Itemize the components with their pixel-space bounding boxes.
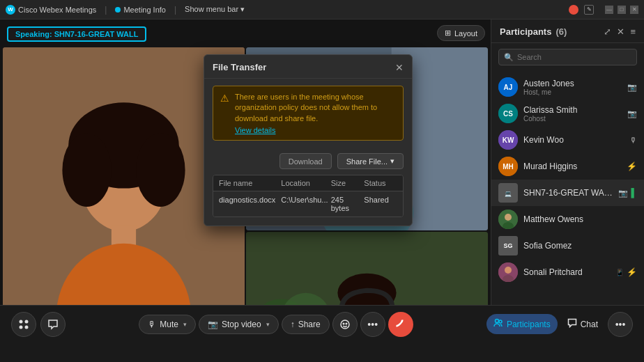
- camera-icon: 📷: [627, 109, 637, 118]
- download-btn[interactable]: Download: [279, 153, 332, 169]
- share-icon: ↑: [291, 320, 295, 329]
- close-btn[interactable]: ✕: [630, 6, 638, 14]
- svg-point-64: [25, 325, 29, 329]
- col-location: Location: [281, 179, 330, 187]
- participant-role: Cohost: [523, 115, 622, 123]
- toolbar-left: [11, 312, 66, 337]
- record-btn[interactable]: [569, 5, 578, 15]
- more-options-toolbar-btn[interactable]: •••: [360, 312, 385, 337]
- svg-text:SG: SG: [503, 242, 512, 249]
- view-details-link[interactable]: View details: [235, 126, 396, 134]
- list-item[interactable]: Matthew Owens: [491, 206, 644, 233]
- svg-text:KW: KW: [503, 136, 514, 144]
- chat-quick-btn[interactable]: [40, 312, 66, 337]
- layout-btn[interactable]: ⊞ Layout: [437, 25, 485, 41]
- sidebar-header: Participants (6) ⤢ ✕ ≡: [491, 19, 644, 43]
- participants-tab-btn[interactable]: Participants: [486, 314, 558, 334]
- svg-text:💻: 💻: [505, 190, 512, 197]
- emoji-btn[interactable]: [332, 312, 358, 337]
- svg-text:CS: CS: [503, 110, 513, 118]
- mute-btn[interactable]: 🎙 Mute ▾: [139, 315, 196, 334]
- list-item[interactable]: SG Sofia Gomez: [491, 233, 644, 259]
- modal-actions: Download Share File... ▾: [204, 148, 412, 175]
- file-name-cell: diagnostics.docx: [219, 196, 281, 212]
- share-caret: ▾: [390, 157, 394, 166]
- participants-sidebar: Participants (6) ⤢ ✕ ≡ 🔍 AJ: [491, 19, 644, 305]
- title-bar: W Cisco Webex Meetings | Meeting Info | …: [0, 0, 644, 19]
- avatar: [498, 262, 518, 282]
- col-status: Status: [364, 179, 397, 187]
- file-table: File name Location Size Status diagnosti…: [213, 175, 404, 217]
- separator: |: [105, 5, 107, 15]
- participant-info: Kevin Woo: [523, 135, 624, 145]
- close-sidebar-btn[interactable]: ✕: [617, 26, 624, 37]
- list-item[interactable]: 💻 SHN7-16-GREAT WALL 📷 ▌: [491, 180, 644, 206]
- mute-label: Mute: [160, 320, 178, 329]
- participants-tab-icon: [493, 318, 503, 330]
- modal-close-btn[interactable]: ✕: [395, 63, 404, 72]
- file-location-cell: C:\User\shu...: [281, 196, 330, 212]
- participant-list: AJ Austen Jones Host, me 📷 CS: [491, 71, 644, 305]
- meeting-info-label: Meeting Info: [123, 6, 166, 14]
- stop-video-btn[interactable]: 📷 Stop video ▾: [199, 315, 279, 334]
- participant-name: Murad Higgins: [523, 162, 621, 171]
- svg-point-63: [20, 325, 23, 329]
- end-call-btn[interactable]: [388, 312, 413, 337]
- chat-tab-icon: [567, 318, 577, 330]
- list-item[interactable]: CS Clarissa Smith Cohost 📷: [491, 100, 644, 127]
- share-file-btn[interactable]: Share File... ▾: [337, 153, 404, 169]
- share-label: Share: [298, 320, 321, 329]
- avatar: CS: [498, 104, 518, 123]
- more-options-btn[interactable]: ≡: [630, 26, 636, 37]
- col-size: Size: [331, 179, 365, 187]
- svg-point-59: [505, 267, 512, 274]
- participants-tab-label: Participants: [507, 320, 551, 329]
- search-icon: 🔍: [504, 53, 514, 62]
- expand-sidebar-btn[interactable]: ⤢: [604, 26, 611, 37]
- minimize-btn[interactable]: —: [605, 6, 613, 14]
- show-menu-bar-btn[interactable]: Show menu bar ▾: [185, 5, 245, 14]
- stop-video-icon: 📷: [208, 320, 218, 329]
- camera-icon: 📷: [618, 189, 628, 198]
- svg-point-69: [499, 320, 502, 323]
- avatar: 💻: [498, 183, 518, 203]
- svg-point-66: [343, 323, 344, 324]
- camera-icon: 📷: [627, 83, 637, 92]
- participant-badges: 🎙: [629, 136, 637, 144]
- edit-btn[interactable]: ✎: [584, 5, 594, 15]
- share-btn[interactable]: ↑ Share: [282, 315, 330, 334]
- show-menu-label: Show menu bar: [185, 5, 238, 13]
- phone-icon: 📱: [615, 269, 624, 276]
- more-right-btn[interactable]: •••: [608, 312, 633, 337]
- maximize-btn[interactable]: □: [618, 6, 626, 14]
- chat-tab-btn[interactable]: Chat: [560, 314, 605, 334]
- apps-btn[interactable]: [11, 312, 36, 337]
- list-item[interactable]: AJ Austen Jones Host, me 📷: [491, 74, 644, 100]
- video-area: Speaking: SHN7-16-GREAT WALL ⊞ Layout: [0, 19, 491, 305]
- participant-role: Host, me: [523, 88, 622, 96]
- svg-text:AJ: AJ: [504, 84, 513, 91]
- list-item[interactable]: Sonali Pritchard 📱 ⚡: [491, 259, 644, 285]
- chat-tab-label: Chat: [581, 320, 598, 329]
- participants-label: Participants: [500, 26, 551, 37]
- more-icon: •••: [367, 319, 378, 330]
- svg-point-4: [62, 133, 111, 207]
- avatar: SG: [498, 236, 518, 255]
- search-box: 🔍: [498, 49, 637, 65]
- modal-title: File Transfer: [213, 62, 266, 72]
- sidebar-title: Participants (6): [500, 26, 567, 37]
- mute-icon: 🎙: [148, 320, 156, 329]
- separator2: |: [174, 5, 176, 15]
- list-item[interactable]: MH Murad Higgins ⚡: [491, 153, 644, 180]
- participant-badges: ⚡: [627, 162, 637, 171]
- meeting-info-btn[interactable]: Meeting Info: [115, 6, 166, 14]
- toolbar-center: 🎙 Mute ▾ 📷 Stop video ▾ ↑ Share •••: [139, 312, 413, 337]
- participant-info: Austen Jones Host, me: [523, 79, 622, 96]
- video-caret: ▾: [266, 321, 270, 328]
- list-item[interactable]: KW Kevin Woo 🎙: [491, 127, 644, 153]
- participant-name: Matthew Owens: [523, 214, 631, 224]
- search-input[interactable]: [498, 49, 637, 65]
- participant-info: Sofia Gomez: [523, 241, 631, 251]
- col-filename: File name: [219, 179, 281, 187]
- participant-info: Clarissa Smith Cohost: [523, 105, 622, 123]
